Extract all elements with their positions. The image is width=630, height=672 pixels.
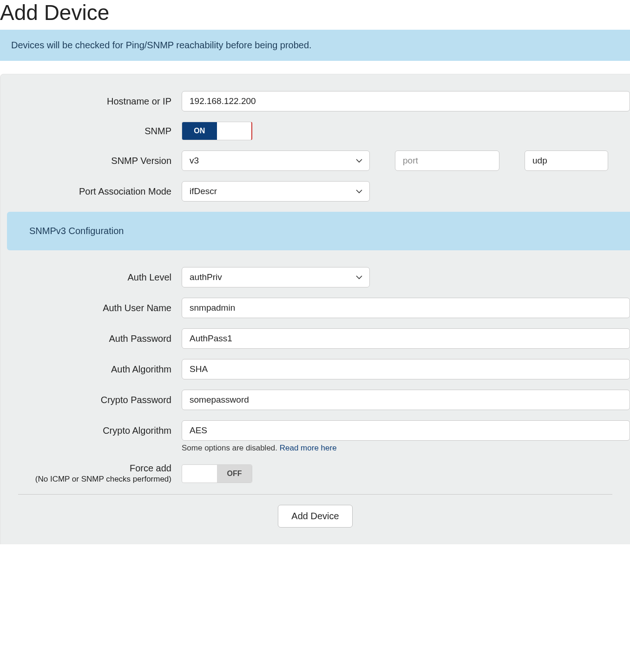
force-add-sublabel: (No ICMP or SNMP checks performed) [0,475,171,484]
crypto-algo-label: Crypto Algorithm [0,425,182,436]
auth-level-select[interactable]: authPriv [182,267,370,287]
chevron-down-icon [355,274,363,281]
auth-algo-input[interactable] [182,359,630,379]
page-title: Add Device [0,0,630,25]
port-assoc-select[interactable]: ifDescr [182,181,370,202]
crypto-hint-text: Some options are disabled. [182,444,280,452]
form-panel: Hostname or IP SNMP ON SNMP Version v3 [0,74,630,544]
crypto-algo-input[interactable] [182,420,630,441]
separator [18,494,612,495]
auth-pass-input[interactable] [182,328,630,349]
snmp-label: SNMP [0,126,182,137]
snmp-toggle[interactable]: ON [182,122,252,140]
snmp-port-input[interactable] [395,150,499,171]
port-assoc-value: ifDescr [190,186,351,196]
auth-level-value: authPriv [190,272,351,282]
crypto-hint: Some options are disabled. Read more her… [182,444,630,453]
toggle-on-label: ON [182,122,217,140]
auth-user-input[interactable] [182,298,630,318]
chevron-down-icon [355,157,363,164]
hostname-input[interactable] [182,91,630,111]
crypto-pass-input[interactable] [182,390,630,410]
crypto-pass-label: Crypto Password [0,395,182,405]
force-add-label: Force add [130,463,171,473]
auth-pass-label: Auth Password [0,333,182,344]
toggle-off-label: OFF [217,465,252,483]
auth-level-label: Auth Level [0,272,182,283]
snmp-version-select[interactable]: v3 [182,150,370,171]
hostname-label: Hostname or IP [0,96,182,107]
auth-user-label: Auth User Name [0,303,182,313]
snmp-version-value: v3 [190,156,351,166]
port-assoc-label: Port Association Mode [0,186,182,197]
snmp-protocol-input[interactable] [525,150,608,171]
auth-algo-label: Auth Algorithm [0,364,182,375]
info-banner: Devices will be checked for Ping/SNMP re… [0,30,630,61]
crypto-hint-link[interactable]: Read more here [280,444,337,452]
chevron-down-icon [355,188,363,195]
add-device-button[interactable]: Add Device [278,505,352,528]
snmpv3-section-header: SNMPv3 Configuration [7,212,630,250]
force-add-toggle[interactable]: OFF [182,464,252,483]
snmp-version-label: SNMP Version [0,156,182,166]
